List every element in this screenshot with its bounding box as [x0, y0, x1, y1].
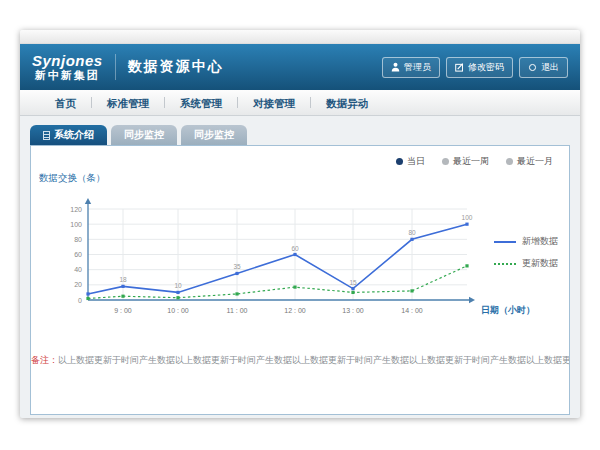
- svg-text:35: 35: [233, 263, 241, 270]
- legend-item-2[interactable]: 更新数据: [494, 257, 558, 270]
- user-icon: [391, 62, 400, 72]
- y-tick-labels: 020406080100120: [70, 206, 82, 304]
- power-icon: [528, 63, 537, 72]
- svg-text:11 : 00: 11 : 00: [227, 307, 248, 314]
- footer-note-label: 备注：: [31, 355, 58, 365]
- radio-dot-icon: [506, 158, 513, 165]
- time-range-legend: 当日最近一周最近一月: [396, 155, 553, 168]
- svg-text:10 : 00: 10 : 00: [167, 307, 189, 314]
- radio-dot-icon: [396, 158, 403, 165]
- tab-label: 同步监控: [124, 125, 164, 145]
- window-top-strip: [20, 30, 580, 44]
- svg-text:60: 60: [291, 245, 299, 252]
- header-actions: 管理员 修改密码 退出: [382, 57, 568, 78]
- content-area: 系统介绍同步监控同步监控 当日最近一周最近一月 数据交换（条） 02040608…: [20, 116, 580, 415]
- svg-text:60: 60: [74, 251, 82, 258]
- svg-text:9 : 00: 9 : 00: [114, 307, 132, 314]
- svg-text:12 : 00: 12 : 00: [284, 307, 306, 314]
- app-header: Synjones 新中新集团 数据资源中心 管理员 修改密码 退出: [20, 44, 580, 90]
- nav-item-3[interactable]: 系统管理: [165, 90, 237, 116]
- app-window: Synjones 新中新集团 数据资源中心 管理员 修改密码 退出: [20, 30, 580, 418]
- legend-swatch-icon: [494, 241, 516, 243]
- change-password-button-label: 修改密码: [468, 61, 504, 74]
- user-button-label: 管理员: [404, 61, 431, 74]
- x-tick-labels: 9 : 0010 : 0011 : 0012 : 0013 : 0014 : 0…: [114, 307, 423, 314]
- tab-label: 同步监控: [194, 125, 234, 145]
- svg-text:20: 20: [74, 281, 82, 288]
- screen: Synjones 新中新集团 数据资源中心 管理员 修改密码 退出: [0, 0, 600, 450]
- logout-button[interactable]: 退出: [519, 57, 568, 78]
- logo-text-cn: 新中新集团: [32, 69, 103, 81]
- edit-icon: [455, 63, 464, 72]
- tab-2[interactable]: 同步监控: [111, 125, 177, 145]
- svg-text:13 : 00: 13 : 00: [342, 307, 364, 314]
- series-legend: 新增数据更新数据: [494, 235, 558, 270]
- document-icon: [43, 131, 50, 140]
- range-option-2[interactable]: 最近一周: [442, 155, 489, 168]
- svg-text:14 : 00: 14 : 00: [401, 307, 423, 314]
- legend-swatch-icon: [494, 263, 516, 265]
- svg-text:80: 80: [74, 236, 82, 243]
- change-password-button[interactable]: 修改密码: [446, 57, 513, 78]
- header-divider: [115, 54, 116, 80]
- nav-item-2[interactable]: 标准管理: [92, 90, 164, 116]
- tab-3[interactable]: 同步监控: [181, 125, 247, 145]
- page-title: 数据资源中心: [128, 58, 224, 76]
- tab-label: 系统介绍: [54, 125, 94, 145]
- logout-button-label: 退出: [541, 61, 559, 74]
- range-option-3[interactable]: 最近一月: [506, 155, 553, 168]
- chart-area: 0204060801001209 : 0010 : 0011 : 0012 : …: [31, 190, 569, 328]
- legend-item-label: 更新数据: [522, 257, 558, 270]
- x-axis-title: 日期（小时）: [481, 305, 535, 315]
- nav-item-5[interactable]: 数据异动: [311, 90, 383, 116]
- range-option-1[interactable]: 当日: [396, 155, 425, 168]
- radio-dot-icon: [442, 158, 449, 165]
- tab-1[interactable]: 系统介绍: [30, 125, 107, 145]
- main-nav: 首页标准管理系统管理对接管理数据异动: [20, 90, 580, 116]
- legend-item-label: 新增数据: [522, 235, 558, 248]
- footer-note-text: 以上数据更新于时间产生数据以上数据更新于时间产生数据以上数据更新于时间产生数据以…: [58, 355, 569, 365]
- svg-text:80: 80: [408, 229, 416, 236]
- range-option-label: 当日: [407, 155, 425, 168]
- legend-item-1[interactable]: 新增数据: [494, 235, 558, 248]
- logo-text-en: Synjones: [32, 53, 103, 70]
- user-button[interactable]: 管理员: [382, 57, 440, 78]
- footer-note: 备注：以上数据更新于时间产生数据以上数据更新于时间产生数据以上数据更新于时间产生…: [31, 354, 569, 367]
- svg-text:40: 40: [74, 266, 82, 273]
- range-option-label: 最近一周: [453, 155, 489, 168]
- logo: Synjones 新中新集团: [32, 53, 103, 82]
- svg-text:120: 120: [70, 206, 82, 213]
- svg-text:18: 18: [119, 276, 127, 283]
- svg-text:15: 15: [349, 279, 357, 286]
- svg-text:0: 0: [78, 297, 82, 304]
- tab-bar: 系统介绍同步监控同步监控: [30, 125, 570, 145]
- svg-text:100: 100: [70, 221, 82, 228]
- axes: [85, 198, 475, 303]
- svg-text:10: 10: [174, 282, 182, 289]
- y-axis-title: 数据交换（条）: [39, 172, 106, 185]
- nav-item-4[interactable]: 对接管理: [238, 90, 310, 116]
- nav-item-1[interactable]: 首页: [40, 90, 91, 116]
- range-option-label: 最近一月: [517, 155, 553, 168]
- chart-panel: 当日最近一周最近一月 数据交换（条） 0204060801001209 : 00…: [30, 145, 570, 415]
- line-chart: 0204060801001209 : 0010 : 0011 : 0012 : …: [31, 190, 569, 328]
- gridlines: [88, 209, 467, 300]
- svg-text:100: 100: [462, 214, 473, 221]
